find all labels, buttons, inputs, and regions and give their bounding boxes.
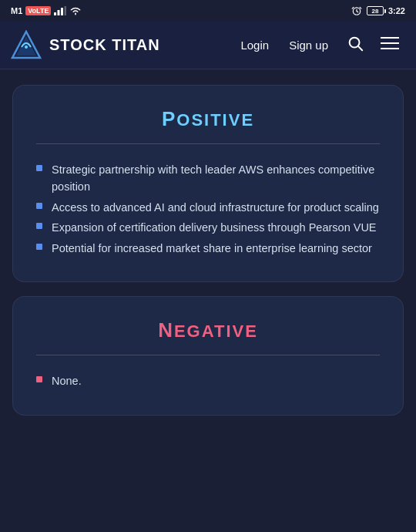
positive-item-4: Potential for increased market share in …: [52, 240, 372, 257]
bullet-marker: [36, 165, 42, 171]
svg-point-7: [25, 45, 28, 49]
negative-card: NEGATIVE None.: [12, 296, 404, 415]
status-right: 28 3:22: [351, 5, 405, 16]
list-item: Potential for increased market share in …: [36, 240, 380, 257]
positive-title-first: P: [162, 107, 176, 130]
positive-title: POSITIVE: [36, 107, 380, 131]
list-item: Strategic partnership with tech leader A…: [36, 161, 380, 196]
main-content: POSITIVE Strategic partnership with tech…: [0, 69, 416, 431]
negative-title: NEGATIVE: [36, 318, 380, 342]
network-type-label: VoLTE: [25, 6, 51, 15]
logo-text: STOCK TITAN: [49, 36, 160, 54]
bullet-marker-negative: [36, 376, 42, 382]
negative-list: None.: [36, 372, 380, 389]
positive-title-rest: OSITIVE: [176, 110, 254, 130]
login-link[interactable]: Login: [233, 34, 277, 56]
svg-rect-3: [65, 6, 67, 15]
negative-item-1: None.: [52, 372, 82, 389]
positive-item-2: Access to advanced AI and cloud infrastr…: [52, 199, 379, 216]
positive-card: POSITIVE Strategic partnership with tech…: [12, 85, 404, 282]
negative-title-rest: EGATIVE: [174, 322, 258, 341]
carrier-label: M1: [11, 6, 22, 15]
negative-divider: [36, 355, 380, 355]
positive-item-3: Expansion of certification delivery busi…: [52, 219, 377, 236]
svg-rect-1: [58, 10, 60, 15]
negative-title-first: N: [158, 318, 174, 342]
status-left: M1 VoLTE: [11, 6, 82, 15]
logo-area: STOCK TITAN: [11, 30, 233, 61]
wifi-icon: [69, 6, 82, 15]
list-item: None.: [36, 372, 380, 389]
list-item: Expansion of certification delivery busi…: [36, 219, 380, 236]
battery-icon: 28: [367, 6, 384, 15]
positive-item-1: Strategic partnership with tech leader A…: [52, 161, 380, 196]
logo-icon: [11, 30, 42, 61]
status-bar: M1 VoLTE 28 3:22: [0, 0, 416, 22]
bullet-marker: [36, 223, 42, 229]
alarm-icon: [351, 5, 362, 16]
nav-links: Login Sign up: [233, 30, 405, 60]
svg-line-9: [358, 46, 362, 50]
menu-icon[interactable]: [374, 31, 405, 59]
svg-rect-2: [61, 8, 63, 15]
svg-rect-0: [54, 12, 56, 15]
signal-icon: [54, 6, 66, 15]
signup-link[interactable]: Sign up: [281, 34, 336, 56]
navbar: STOCK TITAN Login Sign up: [0, 22, 416, 69]
search-icon[interactable]: [341, 30, 370, 60]
positive-divider: [36, 143, 380, 144]
time-label: 3:22: [388, 6, 405, 15]
bullet-marker: [36, 244, 42, 250]
positive-list: Strategic partnership with tech leader A…: [36, 161, 380, 257]
list-item: Access to advanced AI and cloud infrastr…: [36, 199, 380, 216]
bullet-marker: [36, 203, 42, 209]
